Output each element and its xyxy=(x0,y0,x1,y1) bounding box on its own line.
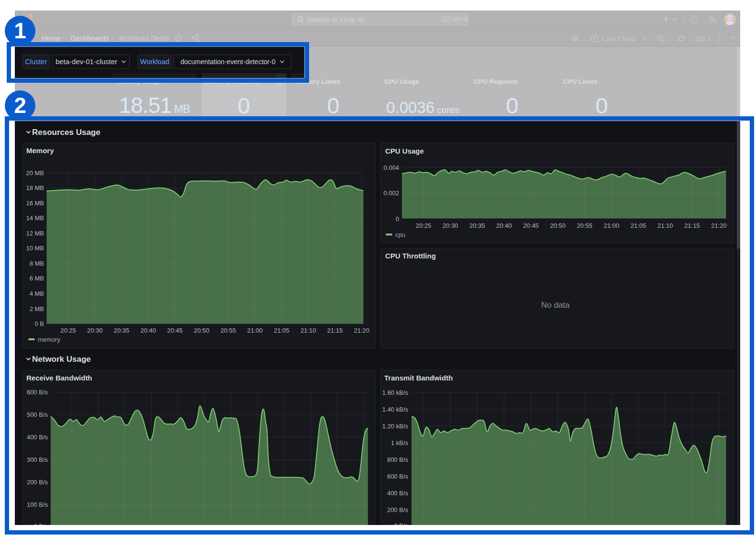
svg-text:?: ? xyxy=(693,17,696,22)
